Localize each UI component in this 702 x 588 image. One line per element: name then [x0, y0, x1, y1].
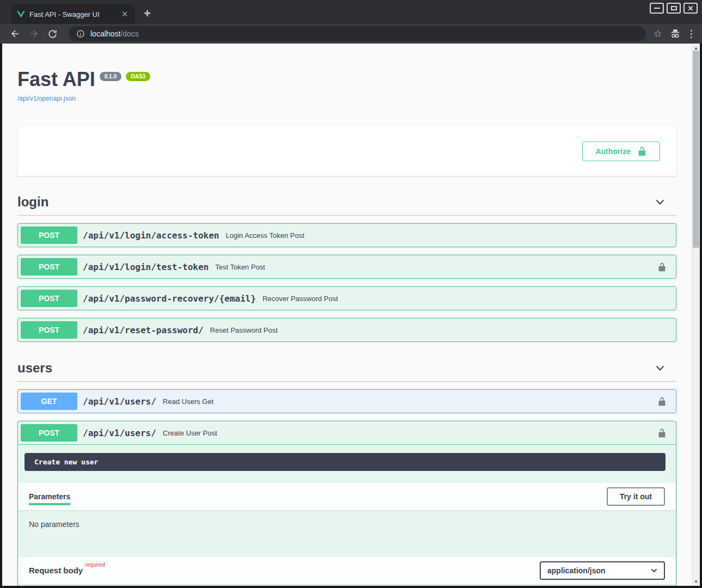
swagger-page: ▲ ▼ Fast API 0.1.0 OAS3 /api/v1/openapi.…	[2, 44, 700, 586]
browser-window: Fast API - Swagger UI ✕ + ✕ localhost/do…	[0, 0, 702, 588]
operation-path: /api/v1/login/test-token	[83, 262, 209, 272]
swagger-favicon-icon	[16, 10, 25, 19]
forward-icon[interactable]	[26, 26, 41, 41]
authorize-button[interactable]: Authorize	[582, 142, 660, 161]
minimize-button[interactable]	[650, 3, 664, 14]
url-path: /docs	[120, 29, 138, 38]
unlocked-padlock-icon[interactable]	[657, 428, 667, 438]
operation-path: /api/v1/password-recovery/{email}	[83, 293, 256, 304]
tab-close-icon[interactable]: ✕	[120, 9, 130, 19]
version-badge: 0.1.0	[100, 72, 121, 81]
operation-create-user-expanded: POST /api/v1/users/ Create User Post Cre…	[17, 421, 676, 586]
api-info: Fast API 0.1.0 OAS3 /api/v1/openapi.json	[17, 44, 676, 103]
operation-read-users[interactable]: GET /api/v1/users/ Read Users Get	[17, 389, 676, 413]
method-badge: POST	[21, 290, 77, 307]
unlocked-padlock-icon	[637, 146, 647, 156]
oas-badge: OAS3	[126, 72, 150, 81]
back-icon[interactable]	[8, 26, 23, 41]
method-badge: POST	[21, 424, 77, 442]
operation-path: /api/v1/login/access-token	[83, 230, 219, 241]
reload-icon[interactable]	[45, 26, 60, 41]
window-close-button[interactable]: ✕	[683, 3, 698, 14]
method-badge: GET	[21, 393, 77, 410]
operation-password-recovery[interactable]: POST /api/v1/password-recovery/{email} R…	[17, 286, 676, 310]
parameters-header: Parameters Try it out	[18, 483, 676, 510]
unlocked-padlock-icon[interactable]	[657, 397, 667, 406]
operation-description: Create new user	[25, 453, 666, 471]
operation-login-access-token[interactable]: POST /api/v1/login/access-token Login Ac…	[17, 223, 676, 247]
request-body-example: Example Value Schema {	[18, 584, 676, 586]
operation-summary: Login Access Token Post	[225, 231, 304, 240]
media-type-select[interactable]: application/json	[540, 561, 665, 580]
section-header-login[interactable]: login	[17, 189, 676, 216]
request-body-header: Request bodyrequired application/json	[18, 557, 676, 584]
operation-path: /api/v1/reset-password/	[83, 325, 204, 335]
operation-summary: Read Users Get	[163, 397, 213, 406]
openapi-spec-link[interactable]: /api/v1/openapi.json	[17, 95, 76, 102]
section-title: users	[17, 360, 52, 376]
browser-menu-icon[interactable]	[688, 30, 694, 38]
operation-summary: Create User Post	[163, 429, 217, 437]
page-title: Fast API	[17, 70, 95, 89]
operation-summary: Recover Password Post	[263, 295, 338, 303]
tab-parameters: Parameters	[29, 485, 70, 508]
required-label: required	[85, 562, 105, 568]
unlocked-padlock-icon[interactable]	[657, 262, 667, 272]
method-badge: POST	[21, 258, 77, 275]
operation-login-test-token[interactable]: POST /api/v1/login/test-token Test Token…	[17, 255, 676, 279]
browser-toolbar: localhost/docs ☆	[0, 24, 702, 44]
operation-body: Create new user Parameters Try it out No…	[18, 453, 676, 586]
operation-path: /api/v1/users/	[83, 428, 156, 438]
operation-summary-row[interactable]: POST /api/v1/users/ Create User Post	[18, 421, 676, 445]
operation-summary: Reset Password Post	[210, 326, 278, 334]
operation-summary: Test Token Post	[215, 263, 265, 271]
browser-tab[interactable]: Fast API - Swagger UI ✕	[11, 4, 135, 24]
url-host: localhost	[90, 29, 120, 38]
section-header-users[interactable]: users	[17, 355, 676, 382]
chevron-down-icon[interactable]	[655, 197, 666, 207]
operation-reset-password[interactable]: POST /api/v1/reset-password/ Reset Passw…	[17, 318, 676, 342]
tab-title: Fast API - Swagger UI	[29, 10, 120, 19]
method-badge: POST	[21, 226, 77, 244]
method-badge: POST	[21, 321, 77, 339]
scroll-down-icon[interactable]: ▼	[692, 578, 700, 585]
section-title: login	[17, 194, 48, 210]
site-info-icon[interactable]	[76, 29, 85, 38]
maximize-button[interactable]	[667, 3, 681, 14]
chevron-down-icon[interactable]	[655, 363, 666, 373]
incognito-icon	[670, 29, 681, 39]
no-parameters-text: No parameters	[18, 510, 676, 545]
scheme-container: Authorize	[17, 127, 676, 176]
scrollbar[interactable]: ▲ ▼	[692, 44, 700, 586]
chevron-down-icon	[651, 568, 657, 573]
operation-path: /api/v1/users/	[83, 396, 156, 407]
scrollbar-thumb[interactable]	[693, 51, 699, 248]
bookmark-star-icon[interactable]: ☆	[654, 28, 662, 40]
new-tab-button[interactable]: +	[144, 7, 151, 21]
request-body-label: Request body	[29, 566, 83, 575]
url-bar[interactable]: localhost/docs	[69, 26, 646, 41]
try-it-out-button[interactable]: Try it out	[607, 487, 665, 506]
tab-strip: Fast API - Swagger UI ✕ + ✕	[0, 0, 702, 24]
